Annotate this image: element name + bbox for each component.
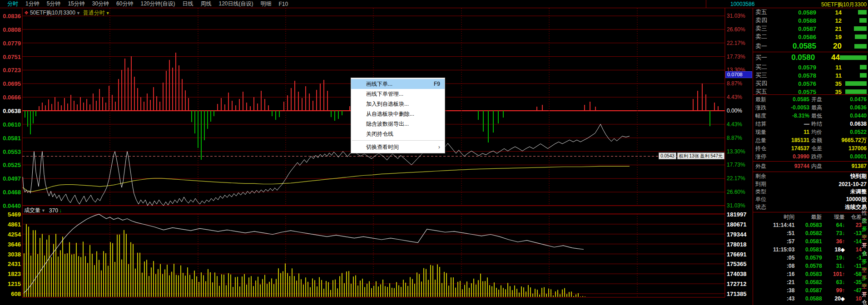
volume-axis-label: 608 — [0, 290, 21, 297]
ask-level-row[interactable]: 卖二0.058619 — [753, 33, 868, 41]
tick-volume: 18◆ — [822, 246, 845, 253]
volume-dropdown-icon[interactable]: ▼ — [41, 208, 45, 213]
bid-price: 0.0576 — [774, 80, 816, 87]
tick-col-header: 现量 — [822, 213, 845, 221]
menu-item-隐含波数据导出[interactable]: 隐含波数据导出... — [351, 119, 445, 129]
menu-separator — [352, 140, 444, 141]
quote-label: 幅度 — [755, 112, 774, 120]
percent-axis-label: 26.60% — [727, 26, 752, 33]
ask-level-row[interactable]: 卖四0.058812 — [753, 16, 868, 25]
depth-bar-container — [842, 18, 867, 23]
info-label: 状态 — [755, 203, 783, 211]
menu-item-加入到自选板块[interactable]: 加入到自选板块... — [351, 99, 445, 109]
quote-value: 0.3990 — [774, 153, 811, 160]
quote-value: 0.0476 — [829, 96, 867, 103]
tick-oi-diff: -47 — [845, 287, 862, 294]
bid-level-row[interactable]: 买一0.058044 — [753, 52, 868, 63]
percent-axis-label: 0.00% — [727, 108, 752, 114]
open-interest-axis-label: 171385 — [727, 290, 752, 297]
tick-oi-diff: -13 — [845, 230, 862, 236]
divider — [753, 161, 868, 162]
quote-label: 涨跌 — [755, 104, 774, 112]
ask-level-row[interactable]: 卖一0.058520 — [753, 41, 868, 52]
tick-volume: 19↓ — [822, 255, 845, 261]
depth-bar — [854, 26, 867, 31]
bid-level-row[interactable]: 买三0.057811 — [753, 71, 868, 79]
tick-row: :380.058799↑-47空平 — [753, 286, 868, 295]
tick-time: :16 — [754, 271, 794, 277]
open-interest-axis-label: 176691 — [727, 251, 752, 258]
ask-qty: 14 — [816, 9, 842, 16]
volume-axis-label: 3646 — [0, 241, 21, 248]
tick-time: :43 — [754, 295, 794, 302]
tick-row: :080.057831↓-11多平 — [753, 262, 868, 270]
quote-value: 93744 — [774, 163, 811, 169]
quote-panel: 卖五0.058914卖四0.058812卖三0.058721卖二0.058619… — [753, 8, 868, 305]
info-label: 到期 — [755, 180, 783, 188]
ask-qty: 21 — [816, 25, 842, 32]
menu-item-切换查看时间[interactable]: 切换查看时间› — [351, 142, 445, 152]
info-label: 类型 — [755, 188, 783, 196]
quote-label: 最高 — [811, 104, 829, 112]
percent-axis-label: 4.43% — [727, 94, 752, 100]
position-line-annotation: 0.0543 权利 13张 盈利 547元 — [659, 152, 724, 159]
tick-price: 0.0583 — [794, 271, 822, 277]
ask-level-row[interactable]: 卖三0.058721 — [753, 25, 868, 33]
legend-mode[interactable]: 普通分时 — [83, 9, 105, 17]
menu-item-关闭持仓线[interactable]: 关闭持仓线 — [351, 129, 445, 139]
volume-axis-label: 5469 — [0, 211, 21, 218]
quote-label: 外盘 — [755, 162, 774, 170]
bid-price: 0.0579 — [774, 64, 816, 71]
ask-price: 0.0585 — [774, 42, 816, 51]
ask-label: 卖二 — [755, 33, 774, 41]
tick-time: 11:15:03 — [754, 246, 794, 253]
contract-diamond-icon: ❖ — [24, 10, 29, 16]
volume-label[interactable]: 成交量 — [24, 207, 40, 214]
quote-row: 总量185131金额9665.72万 — [753, 136, 868, 144]
divider — [753, 172, 868, 172]
depth-bar — [860, 65, 867, 69]
depth-bar — [840, 55, 867, 60]
bid-level-row[interactable]: 买四0.057635 — [753, 79, 868, 88]
depth-bar-container — [842, 10, 867, 15]
menu-item-label: 隐含波数据导出... — [366, 119, 409, 129]
ask-level-row[interactable]: 卖五0.058914 — [753, 8, 868, 16]
quote-label: 最新 — [755, 96, 774, 103]
ask-price: 0.0588 — [774, 17, 816, 24]
menu-item-画线下单[interactable]: 画线下单...F9 — [351, 79, 445, 89]
open-interest-axis-label: 180671 — [727, 221, 752, 228]
percent-axis-label: 22.17% — [727, 175, 752, 182]
bid-level-row[interactable]: 买二0.057911 — [753, 63, 868, 71]
percent-axis-label: 4.43% — [727, 121, 752, 128]
depth-bar-container — [842, 81, 867, 86]
tick-oi-diff: -1 — [845, 255, 862, 261]
trading-terminal: 分时1分钟5分钟15分钟30分钟60分钟120分钟(自设)日线周线120日线(自… — [0, 0, 868, 305]
tick-oi-diff: -58 — [845, 271, 862, 277]
tick-col-header: 仓差 — [845, 213, 862, 221]
bid-label: 买四 — [755, 79, 774, 88]
quote-label: 内盘 — [811, 162, 829, 170]
menu-item-画线下单管理[interactable]: 画线下单管理... — [351, 89, 445, 99]
legend-instrument[interactable]: 50ETF购10月3300 — [30, 9, 75, 17]
position-profit-tag: 权利 13张 盈利 547元 — [677, 152, 724, 159]
tick-row: 11:15:030.058118◆14开仓 — [753, 246, 868, 254]
tick-volume: 99↑ — [822, 287, 845, 294]
bid-qty: 11 — [816, 72, 842, 79]
tick-table-header: 时间最新现量仓差性质 — [753, 213, 868, 221]
tick-oi-diff: 14 — [845, 246, 862, 253]
percent-axis-label: 17.73% — [727, 162, 752, 168]
mode-dropdown-icon[interactable]: ▼ — [106, 11, 110, 15]
bid-label: 买三 — [755, 71, 774, 79]
menu-item-label: 加入到自选板块... — [366, 99, 409, 109]
position-price-tag: 0.0543 — [659, 152, 676, 159]
tick-oi-diff: -11 — [845, 263, 862, 269]
tick-time: :21 — [754, 279, 794, 285]
price-axis-label: 0.0581 — [0, 135, 21, 142]
instrument-dropdown-icon[interactable]: ▼ — [76, 11, 80, 15]
info-value: 10000股 — [783, 196, 867, 203]
menu-item-从自选板块中删除[interactable]: 从自选板块中删除... — [351, 109, 445, 119]
depth-bar-container — [842, 65, 867, 69]
price-axis-label: 0.0610 — [0, 121, 21, 128]
tick-volume: 31↓ — [822, 263, 845, 269]
tick-nature: 开仓 — [862, 291, 867, 305]
